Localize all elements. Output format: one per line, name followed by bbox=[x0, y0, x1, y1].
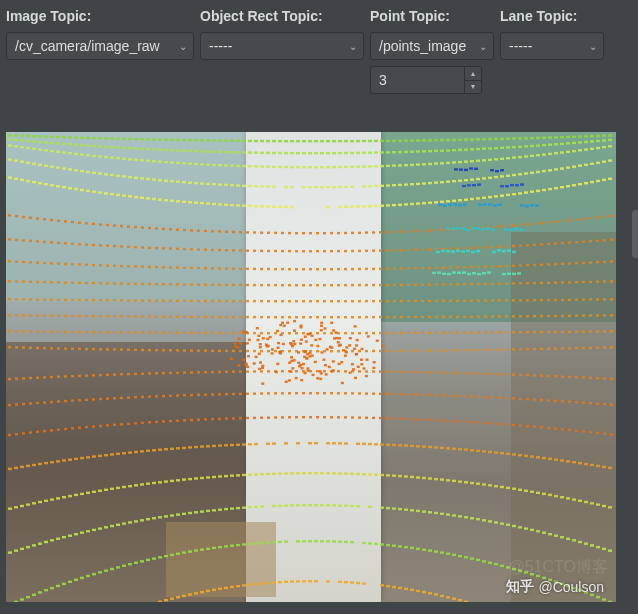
svg-rect-474 bbox=[482, 197, 486, 199]
point-topic-dropdown[interactable]: /points_image ⌄ bbox=[370, 32, 494, 60]
svg-rect-1417 bbox=[365, 417, 368, 419]
svg-rect-650 bbox=[477, 246, 480, 248]
svg-rect-1002 bbox=[505, 315, 508, 317]
spin-down-icon[interactable]: ▾ bbox=[465, 81, 481, 94]
svg-rect-871 bbox=[197, 300, 200, 302]
svg-rect-1797 bbox=[320, 540, 324, 542]
svg-rect-1715 bbox=[422, 510, 426, 512]
svg-rect-1859 bbox=[242, 584, 246, 586]
svg-rect-40 bbox=[248, 140, 252, 142]
svg-rect-1205 bbox=[99, 374, 102, 376]
svg-rect-1896 bbox=[279, 324, 282, 326]
svg-rect-975 bbox=[316, 316, 319, 318]
svg-rect-1442 bbox=[540, 426, 543, 428]
svg-rect-1960 bbox=[319, 378, 322, 380]
svg-rect-692 bbox=[162, 266, 165, 268]
svg-rect-1224 bbox=[232, 371, 235, 373]
svg-rect-96 bbox=[584, 135, 588, 137]
svg-rect-1803 bbox=[362, 542, 366, 544]
svg-rect-234 bbox=[200, 163, 204, 165]
svg-rect-642 bbox=[421, 248, 424, 250]
svg-rect-471 bbox=[464, 199, 468, 201]
svg-rect-1283 bbox=[36, 402, 39, 404]
svg-rect-435 bbox=[212, 203, 216, 205]
svg-rect-1499 bbox=[308, 442, 312, 444]
svg-rect-1481 bbox=[176, 447, 180, 449]
svg-rect-1582 bbox=[212, 476, 216, 478]
svg-rect-1508 bbox=[374, 443, 378, 445]
svg-rect-2022 bbox=[255, 356, 258, 358]
svg-rect-1566 bbox=[116, 487, 120, 489]
svg-rect-1612 bbox=[392, 475, 396, 477]
svg-rect-944 bbox=[99, 315, 102, 317]
svg-rect-17 bbox=[110, 137, 114, 139]
image-viewer[interactable]: @51CTO博客 知乎 @Coulson bbox=[6, 132, 616, 602]
svg-rect-132 bbox=[194, 150, 198, 152]
svg-rect-1012 bbox=[575, 315, 578, 317]
svg-rect-712 bbox=[302, 268, 305, 270]
svg-rect-771 bbox=[106, 282, 109, 284]
svg-rect-264 bbox=[380, 165, 384, 167]
svg-rect-1948 bbox=[253, 362, 256, 364]
object-rect-topic-column: Object Rect Topic: ----- ⌄ bbox=[200, 8, 364, 60]
spin-up-icon[interactable]: ▴ bbox=[465, 67, 481, 81]
svg-rect-1175 bbox=[498, 349, 501, 351]
svg-rect-1364 bbox=[603, 403, 606, 405]
object-rect-topic-dropdown[interactable]: ----- ⌄ bbox=[200, 32, 364, 60]
svg-rect-1019 bbox=[15, 330, 18, 332]
panel-resize-handle[interactable] bbox=[632, 210, 638, 258]
svg-rect-235 bbox=[206, 163, 210, 165]
svg-rect-340 bbox=[230, 184, 234, 186]
svg-rect-237 bbox=[218, 164, 222, 166]
svg-rect-1825 bbox=[494, 563, 498, 565]
svg-rect-829 bbox=[512, 282, 515, 284]
svg-rect-1093 bbox=[533, 331, 536, 333]
svg-rect-766 bbox=[71, 282, 74, 284]
svg-rect-851 bbox=[57, 299, 60, 301]
svg-rect-1649 bbox=[8, 551, 12, 553]
svg-rect-476 bbox=[494, 195, 498, 197]
svg-rect-1286 bbox=[57, 400, 60, 402]
svg-rect-556 bbox=[428, 229, 431, 231]
svg-rect-307 bbox=[32, 163, 36, 165]
svg-rect-486 bbox=[554, 187, 558, 189]
svg-rect-542 bbox=[330, 232, 333, 234]
svg-rect-2094 bbox=[491, 229, 495, 231]
svg-rect-963 bbox=[232, 316, 235, 318]
svg-rect-1084 bbox=[470, 332, 473, 334]
svg-rect-1781 bbox=[218, 546, 222, 548]
svg-rect-1073 bbox=[393, 332, 396, 334]
svg-rect-1138 bbox=[239, 350, 242, 352]
svg-rect-1050 bbox=[232, 332, 235, 334]
svg-rect-793 bbox=[260, 284, 263, 286]
svg-rect-1181 bbox=[540, 348, 543, 350]
svg-rect-1433 bbox=[477, 421, 480, 423]
svg-rect-1079 bbox=[435, 332, 438, 334]
svg-rect-1353 bbox=[526, 398, 529, 400]
svg-rect-390 bbox=[548, 169, 552, 171]
svg-rect-1264 bbox=[512, 374, 515, 376]
svg-rect-1322 bbox=[309, 392, 312, 394]
image-topic-dropdown[interactable]: /cv_camera/image_raw ⌄ bbox=[6, 32, 194, 60]
svg-rect-991 bbox=[428, 316, 431, 318]
svg-rect-1702 bbox=[332, 504, 336, 506]
lane-topic-dropdown[interactable]: ----- ⌄ bbox=[500, 32, 604, 60]
svg-rect-424 bbox=[146, 197, 150, 199]
svg-rect-933 bbox=[22, 314, 25, 316]
svg-rect-1261 bbox=[491, 373, 494, 375]
svg-rect-437 bbox=[224, 204, 228, 206]
svg-rect-2015 bbox=[247, 355, 250, 357]
point-size-spinbox[interactable]: 3 ▴ ▾ bbox=[370, 66, 482, 94]
svg-rect-1310 bbox=[225, 393, 228, 395]
svg-rect-215 bbox=[86, 154, 90, 156]
svg-rect-813 bbox=[400, 284, 403, 286]
svg-rect-152 bbox=[314, 152, 318, 154]
svg-rect-1936 bbox=[337, 341, 340, 343]
svg-rect-1009 bbox=[554, 315, 557, 317]
svg-rect-1717 bbox=[434, 512, 438, 514]
svg-rect-956 bbox=[183, 316, 186, 318]
svg-rect-869 bbox=[183, 300, 186, 302]
svg-rect-912 bbox=[484, 299, 487, 301]
svg-rect-826 bbox=[491, 283, 494, 285]
svg-rect-316 bbox=[86, 171, 90, 173]
